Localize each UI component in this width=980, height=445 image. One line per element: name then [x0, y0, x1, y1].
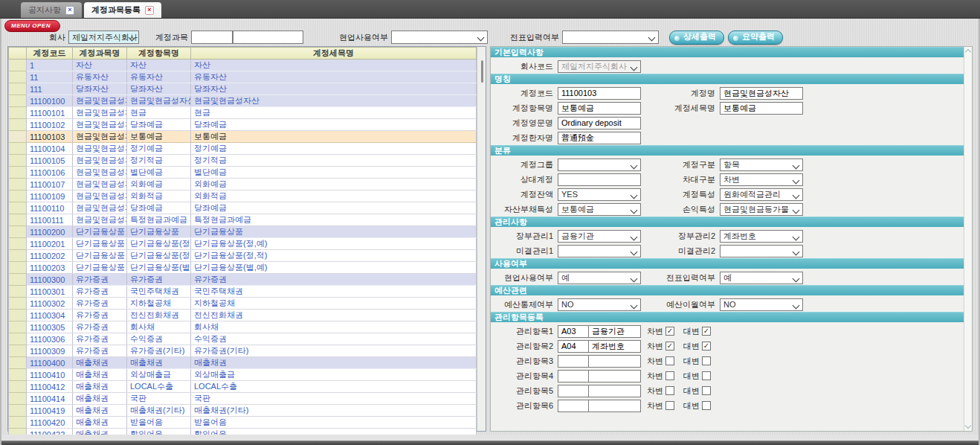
- grid-cell[interactable]: 단기금융상품(정,예): [127, 238, 191, 250]
- table-row[interactable]: 11100100현금및현금성자산현금및현금성자산현금및현금성자산: [9, 95, 477, 107]
- table-row[interactable]: 11100419매출채권매출채권(기타)매출채권(기타): [9, 405, 477, 417]
- table-row[interactable]: 11100305유가증권회사채회사채: [9, 321, 477, 333]
- grid-cell[interactable]: 외화적금: [127, 191, 191, 202]
- grid-cell[interactable]: 단기금융상품: [127, 226, 191, 238]
- grid-cell[interactable]: 유가증권: [73, 298, 127, 310]
- credit-checkbox[interactable]: [702, 401, 711, 410]
- grid-cell[interactable]: 단기금융상품: [73, 238, 127, 250]
- grid-cell[interactable]: 단기금융상품: [73, 226, 127, 238]
- budget-carry-select[interactable]: NO: [720, 298, 803, 311]
- grid-cell[interactable]: 유가증권: [127, 274, 191, 286]
- row-selector-cell[interactable]: [9, 143, 27, 155]
- table-row[interactable]: 11100410매출채권외상매출금외상매출금: [9, 369, 477, 381]
- grid-cell[interactable]: 11100420: [27, 417, 73, 429]
- grid-cell[interactable]: 현금및현금성자산: [73, 107, 127, 119]
- grid-cell[interactable]: 11: [27, 71, 73, 83]
- grid-cell[interactable]: LOCAL수출: [191, 381, 477, 393]
- grid-cell[interactable]: 11100102: [27, 119, 73, 131]
- field-use-form-select[interactable]: 예: [558, 272, 641, 284]
- table-row[interactable]: 11유동자산유동자산유동자산: [9, 71, 477, 83]
- grid-cell[interactable]: 11100202: [27, 250, 73, 262]
- grid-cell[interactable]: 매출채권(기타): [191, 405, 477, 417]
- grid-cell[interactable]: 매출채권: [73, 369, 127, 381]
- mgmt-item-code-input[interactable]: [558, 400, 589, 412]
- grid-cell[interactable]: 국민주택채권: [127, 286, 191, 298]
- row-selector-cell[interactable]: [9, 83, 27, 95]
- grid-cell[interactable]: 단기금융상품(별,예): [127, 262, 191, 274]
- grid-cell[interactable]: 국민주택채권: [191, 286, 477, 298]
- slip-input-form-select[interactable]: 예: [720, 272, 803, 284]
- row-selector-cell[interactable]: [9, 95, 27, 107]
- table-row[interactable]: 11100414매출채권국판국판: [9, 393, 477, 405]
- row-selector-cell[interactable]: [9, 262, 27, 274]
- row-selector-cell[interactable]: [9, 119, 27, 131]
- grid-cell[interactable]: 단기금융상품(정,적): [191, 250, 477, 262]
- row-selector-cell[interactable]: [9, 274, 27, 286]
- row-selector-cell[interactable]: [9, 345, 27, 357]
- row-selector-cell[interactable]: [9, 71, 27, 83]
- row-selector-cell[interactable]: [9, 155, 27, 167]
- row-selector-cell[interactable]: [9, 369, 27, 381]
- row-selector-cell[interactable]: [9, 286, 27, 298]
- grid-cell[interactable]: 현금및현금성자산: [191, 95, 477, 107]
- table-row[interactable]: 11100400매출채권매출채권매출채권: [9, 357, 477, 369]
- mgmt-item-code-input[interactable]: [558, 325, 589, 338]
- grid-cell[interactable]: 현금및현금성자산: [73, 131, 127, 143]
- grid-cell[interactable]: 11100309: [27, 345, 73, 357]
- grid-cell[interactable]: 당좌자산: [73, 83, 127, 95]
- grid-cell[interactable]: 별단예금: [127, 167, 191, 179]
- asset-liability-trait-select[interactable]: 보통예금: [558, 203, 641, 216]
- grid-cell[interactable]: 11100103: [27, 131, 73, 143]
- grid-cell[interactable]: 매출채권: [73, 417, 127, 429]
- row-selector-cell[interactable]: [9, 131, 27, 143]
- grid-cell[interactable]: 11100100: [27, 95, 73, 107]
- grid-cell[interactable]: 11100105: [27, 155, 73, 167]
- credit-checkbox[interactable]: [702, 356, 711, 365]
- debit-checkbox[interactable]: [665, 386, 674, 395]
- grid-cell[interactable]: 수익증권: [191, 333, 477, 345]
- scrollbar-thumb[interactable]: [481, 60, 483, 83]
- grid-cell[interactable]: 유가증권(기타): [127, 345, 191, 357]
- row-selector-cell[interactable]: [9, 179, 27, 191]
- grid-cell[interactable]: 단기금융상품: [73, 262, 127, 274]
- grid-cell[interactable]: 유가증권: [73, 333, 127, 345]
- grid-cell[interactable]: 11100400: [27, 357, 73, 369]
- grid-cell[interactable]: 111: [27, 83, 73, 95]
- close-icon[interactable]: ×: [65, 6, 74, 15]
- account-english-field[interactable]: [558, 117, 641, 129]
- account-kind-select[interactable]: 항목: [720, 159, 803, 171]
- table-row[interactable]: 11100301유가증권국민주택채권국민주택채권: [9, 286, 477, 298]
- table-row[interactable]: 11100111현금및현금성자산특정현금과예금특정현금과예금: [9, 214, 477, 226]
- row-selector-cell[interactable]: [9, 238, 27, 250]
- grid-cell[interactable]: 유동자산: [127, 71, 191, 83]
- account-name-input[interactable]: [233, 31, 303, 44]
- table-row[interactable]: 11100203단기금융상품단기금융상품(별,예)단기금융상품(별,예): [9, 262, 477, 274]
- account-item-field[interactable]: [558, 102, 641, 115]
- grid-cell[interactable]: 현금및현금성자산: [73, 202, 127, 214]
- credit-checkbox[interactable]: [702, 371, 711, 380]
- contra-account-field[interactable]: [558, 173, 641, 186]
- book-mgmt2-select[interactable]: 계좌번호: [720, 230, 803, 243]
- grid-cell[interactable]: 유가증권: [73, 286, 127, 298]
- table-row[interactable]: 11100302유가증권지하철공채지하철공채: [9, 298, 477, 310]
- grid-cell[interactable]: 11100200: [27, 226, 73, 238]
- row-selector-cell[interactable]: [9, 226, 27, 238]
- book-mgmt1-select[interactable]: 금융기관: [558, 230, 641, 243]
- grid-cell[interactable]: 1: [27, 60, 73, 71]
- grid-cell[interactable]: 11100107: [27, 179, 73, 191]
- grid-cell[interactable]: 단기금융상품(정,예): [191, 238, 477, 250]
- grid-cell[interactable]: 유가증권(기타): [191, 345, 477, 357]
- grid-cell[interactable]: 매출채권: [73, 405, 127, 417]
- grid-cell[interactable]: 별단예금: [191, 167, 477, 179]
- account-group-select[interactable]: [558, 159, 641, 171]
- account-name-field[interactable]: [720, 87, 803, 100]
- grid-cell[interactable]: 단기금융상품: [191, 226, 477, 238]
- account-code-input[interactable]: [191, 31, 233, 44]
- table-row[interactable]: 11100309유가증권유가증권(기타)유가증권(기타): [9, 345, 477, 357]
- grid-cell[interactable]: 11100302: [27, 298, 73, 310]
- row-selector-cell[interactable]: [9, 298, 27, 310]
- account-detail-field[interactable]: [720, 102, 803, 115]
- grid-cell[interactable]: 현금및현금성자산: [73, 167, 127, 179]
- debit-checkbox[interactable]: [665, 356, 674, 365]
- grid-cell[interactable]: 현금및현금성자산: [127, 95, 191, 107]
